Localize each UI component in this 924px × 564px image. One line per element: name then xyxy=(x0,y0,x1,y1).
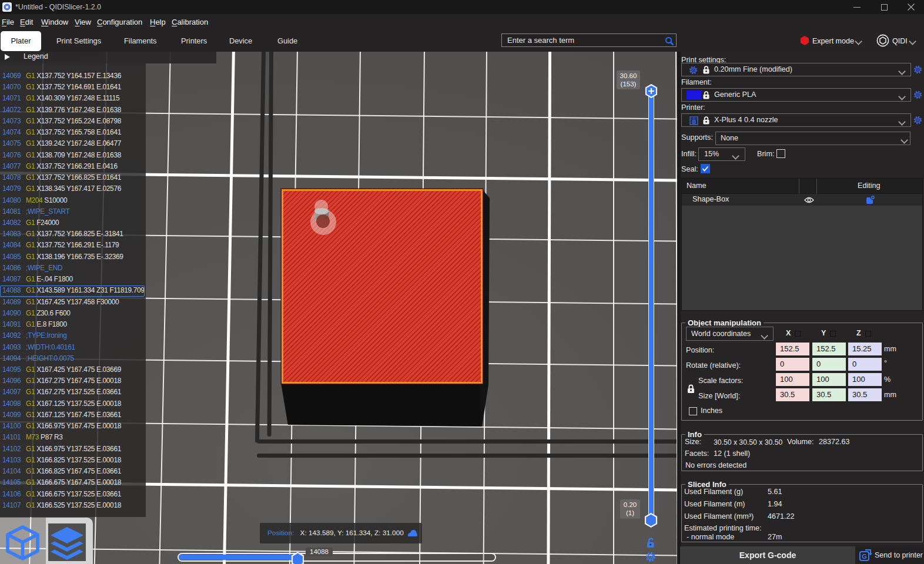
svg-text:G: G xyxy=(862,553,867,560)
